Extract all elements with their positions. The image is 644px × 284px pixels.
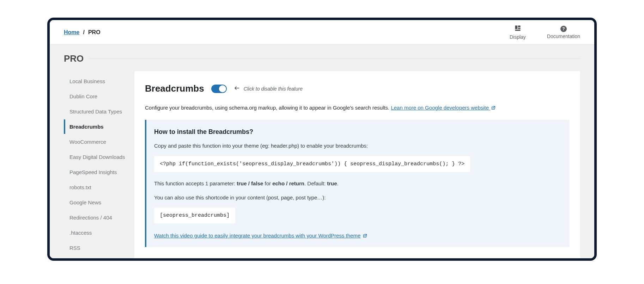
toggle-hint: Click to disable this feature [234, 85, 303, 92]
topbar-actions: Display ? Documentation [510, 25, 580, 40]
config-text-pre: Configure your breadcrumbs, using schema… [145, 105, 391, 111]
sidebar-item-woocommerce[interactable]: WooCommerce [64, 135, 134, 149]
arrow-left-icon [234, 85, 240, 92]
p2-b3: true [327, 180, 337, 186]
documentation-action[interactable]: ? Documentation [547, 26, 580, 39]
sidebar-item-breadcrumbs[interactable]: Breadcrumbs [64, 119, 134, 134]
sidebar: Local BusinessDublin CoreStructured Data… [64, 71, 134, 256]
info-p2: This function accepts 1 parameter: true … [154, 180, 562, 187]
p2-b2: echo / return [272, 180, 304, 186]
svg-rect-1 [518, 26, 521, 27]
video-guide-link[interactable]: Watch this video guide to easily integra… [154, 233, 360, 239]
panel-title: Breadcrumbs [145, 83, 204, 94]
svg-rect-2 [518, 28, 521, 29]
documentation-label: Documentation [547, 33, 580, 39]
main-panel: Breadcrumbs Click to disable this featur… [134, 71, 580, 258]
sidebar-item-robots-txt[interactable]: robots.txt [64, 180, 134, 195]
info-p3: You can also use this shortcode in your … [154, 194, 562, 202]
p2-pre: This function accepts 1 parameter: [154, 180, 237, 186]
svg-rect-0 [515, 26, 517, 29]
info-p1: Copy and paste this function into your t… [154, 142, 562, 150]
topbar: Home / PRO Display ? Documentation [50, 20, 594, 45]
page-body: PRO Local BusinessDublin CoreStructured … [50, 45, 594, 258]
display-action[interactable]: Display [510, 25, 526, 40]
breadcrumb-separator: / [83, 29, 84, 36]
display-label: Display [510, 34, 526, 40]
sidebar-item-google-news[interactable]: Google News [64, 195, 134, 210]
page-title-row: PRO [50, 45, 594, 64]
php-code-block: <?php if(function_exists('seopress_displ… [154, 156, 470, 172]
page-title-divider [89, 58, 580, 59]
sidebar-item-redirections-404[interactable]: Redirections / 404 [64, 210, 134, 225]
p2-b1: true / false [237, 180, 263, 186]
external-link-icon [363, 233, 367, 238]
page-title: PRO [64, 53, 84, 64]
shortcode-block: [seopress_breadcrumbs] [154, 208, 235, 223]
svg-rect-3 [515, 30, 520, 31]
sidebar-item-pagespeed-insights[interactable]: PageSpeed Insights [64, 165, 134, 179]
question-icon: ? [560, 26, 567, 32]
breadcrumb: Home / PRO [64, 29, 101, 36]
feature-toggle[interactable] [211, 85, 227, 93]
p2-post: . [337, 180, 339, 186]
toggle-hint-text: Click to disable this feature [244, 86, 303, 92]
breadcrumb-current: PRO [88, 29, 101, 36]
p2-mid: for [263, 180, 272, 186]
sidebar-item-dublin-core[interactable]: Dublin Core [64, 89, 134, 104]
sidebar-item--htaccess[interactable]: .htaccess [64, 226, 134, 240]
info-box: How to install the Breadcrumbs? Copy and… [145, 120, 570, 247]
content-columns: Local BusinessDublin CoreStructured Data… [50, 64, 594, 257]
google-dev-link[interactable]: Lean more on Google developers website [391, 105, 490, 111]
display-icon [514, 25, 521, 33]
video-link-row: Watch this video guide to easily integra… [154, 233, 562, 239]
info-heading: How to install the Breadcrumbs? [154, 128, 562, 136]
p2-mid2: . Default: [304, 180, 327, 186]
external-link-icon [491, 105, 496, 110]
sidebar-item-structured-data-types[interactable]: Structured Data Types [64, 104, 134, 119]
panel-header: Breadcrumbs Click to disable this featur… [145, 83, 570, 94]
config-description: Configure your breadcrumbs, using schema… [145, 105, 570, 111]
breadcrumb-home-link[interactable]: Home [64, 29, 79, 36]
app-window: Home / PRO Display ? Documentation PRO [47, 18, 597, 261]
sidebar-item-easy-digital-downloads[interactable]: Easy Digital Downloads [64, 150, 134, 164]
sidebar-item-rss[interactable]: RSS [64, 241, 134, 255]
sidebar-item-local-business[interactable]: Local Business [64, 74, 134, 88]
